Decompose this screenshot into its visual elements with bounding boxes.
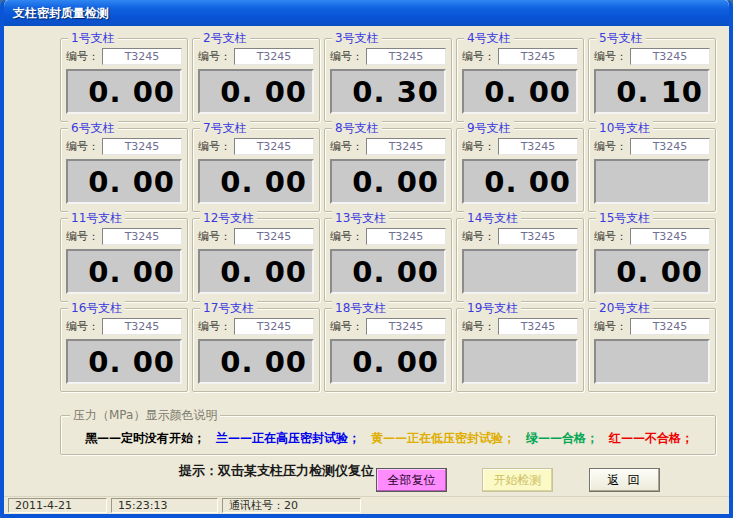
id-value-field[interactable]: T3245 <box>234 138 314 155</box>
id-value-field[interactable]: T3245 <box>498 48 578 65</box>
pressure-display[interactable] <box>462 249 578 294</box>
id-value-field[interactable]: T3245 <box>102 228 182 245</box>
pressure-display[interactable]: 0. 00 <box>198 159 314 204</box>
panel-id-row: 编号： T3245 <box>66 138 182 155</box>
pressure-display[interactable]: 0. 10 <box>594 69 710 114</box>
app-window: 支柱密封质量检测 1号支柱 编号： T3245 0. 00 2号支柱 编号： T… <box>0 0 733 518</box>
pressure-display[interactable]: 0. 00 <box>462 159 578 204</box>
pillar-panel[interactable]: 6号支柱 编号： T3245 0. 00 <box>60 128 188 212</box>
legend-item: 绿——合格； <box>526 430 598 447</box>
id-value-field[interactable]: T3245 <box>234 318 314 335</box>
pressure-display[interactable]: 0. 00 <box>198 69 314 114</box>
window-title: 支柱密封质量检测 <box>13 5 109 22</box>
pressure-display[interactable]: 0. 00 <box>198 249 314 294</box>
pressure-display[interactable]: 0. 00 <box>66 249 182 294</box>
id-value-field[interactable]: T3245 <box>102 138 182 155</box>
pressure-display[interactable]: 0. 00 <box>198 339 314 384</box>
panel-title: 13号支柱 <box>332 211 389 225</box>
id-value-field[interactable]: T3245 <box>366 318 446 335</box>
pillar-panel[interactable]: 13号支柱 编号： T3245 0. 00 <box>324 218 452 302</box>
pressure-display[interactable]: 0. 00 <box>330 159 446 204</box>
panel-id-row: 编号： T3245 <box>330 48 446 65</box>
panel-title: 15号支柱 <box>596 211 653 225</box>
pressure-display[interactable]: 0. 00 <box>66 69 182 114</box>
id-value-field[interactable]: T3245 <box>630 48 710 65</box>
pillar-panel[interactable]: 5号支柱 编号： T3245 0. 10 <box>588 38 716 122</box>
pillar-panel[interactable]: 12号支柱 编号： T3245 0. 00 <box>192 218 320 302</box>
id-label: 编号： <box>66 229 99 244</box>
pillar-panel[interactable]: 20号支柱 编号： T3245 <box>588 308 716 392</box>
return-button[interactable]: 返 回 <box>589 468 660 492</box>
start-detect-button[interactable]: 开始检测 <box>482 468 553 492</box>
panel-id-row: 编号： T3245 <box>198 318 314 335</box>
id-value-field[interactable]: T3245 <box>366 138 446 155</box>
panel-id-row: 编号： T3245 <box>66 228 182 245</box>
panel-title: 1号支柱 <box>68 31 118 45</box>
pillar-panel[interactable]: 11号支柱 编号： T3245 0. 00 <box>60 218 188 302</box>
id-value-field[interactable]: T3245 <box>630 138 710 155</box>
panel-id-row: 编号： T3245 <box>198 228 314 245</box>
id-value-field[interactable]: T3245 <box>366 228 446 245</box>
panel-id-row: 编号： T3245 <box>594 228 710 245</box>
panel-title: 10号支柱 <box>596 121 653 135</box>
id-label: 编号： <box>594 229 627 244</box>
panel-title: 17号支柱 <box>200 301 257 315</box>
status-date: 2011-4-21 <box>8 498 107 513</box>
pillar-panel[interactable]: 15号支柱 编号： T3245 0. 00 <box>588 218 716 302</box>
pillar-panel[interactable]: 19号支柱 编号： T3245 <box>456 308 584 392</box>
id-value-field[interactable]: T3245 <box>498 138 578 155</box>
pillar-panel[interactable]: 17号支柱 编号： T3245 0. 00 <box>192 308 320 392</box>
id-value-field[interactable]: T3245 <box>234 48 314 65</box>
status-time: 15:23:13 <box>111 498 218 513</box>
pressure-display[interactable]: 0. 00 <box>330 339 446 384</box>
id-label: 编号： <box>462 139 495 154</box>
pillar-panel[interactable]: 10号支柱 编号： T3245 <box>588 128 716 212</box>
pressure-display[interactable]: 0. 00 <box>66 339 182 384</box>
id-label: 编号： <box>462 49 495 64</box>
id-value-field[interactable]: T3245 <box>102 48 182 65</box>
pillar-panel[interactable]: 14号支柱 编号： T3245 <box>456 218 584 302</box>
legend-title: 压力（MPa）显示颜色说明 <box>70 408 220 422</box>
panel-id-row: 编号： T3245 <box>594 48 710 65</box>
panel-id-row: 编号： T3245 <box>462 48 578 65</box>
id-value-field[interactable]: T3245 <box>498 318 578 335</box>
pressure-display[interactable] <box>594 159 710 204</box>
id-label: 编号： <box>198 319 231 334</box>
pillar-panel[interactable]: 4号支柱 编号： T3245 0. 00 <box>456 38 584 122</box>
id-label: 编号： <box>198 229 231 244</box>
pressure-display[interactable] <box>462 339 578 384</box>
pressure-display[interactable] <box>594 339 710 384</box>
pressure-display[interactable]: 0. 30 <box>330 69 446 114</box>
panel-id-row: 编号： T3245 <box>462 228 578 245</box>
id-value-field[interactable]: T3245 <box>234 228 314 245</box>
pillar-panel[interactable]: 3号支柱 编号： T3245 0. 30 <box>324 38 452 122</box>
panel-id-row: 编号： T3245 <box>66 318 182 335</box>
reset-all-button[interactable]: 全部复位 <box>376 468 447 492</box>
pressure-display[interactable]: 0. 00 <box>66 159 182 204</box>
pillar-panel[interactable]: 9号支柱 编号： T3245 0. 00 <box>456 128 584 212</box>
id-value-field[interactable]: T3245 <box>630 228 710 245</box>
id-value-field[interactable]: T3245 <box>102 318 182 335</box>
id-value-field[interactable]: T3245 <box>498 228 578 245</box>
id-value-field[interactable]: T3245 <box>366 48 446 65</box>
color-legend-groupbox: 压力（MPa）显示颜色说明 黑——定时没有开始； 兰——正在高压密封试验； 黄—… <box>60 415 716 455</box>
panel-title: 16号支柱 <box>68 301 125 315</box>
id-label: 编号： <box>594 319 627 334</box>
pillar-panel[interactable]: 2号支柱 编号： T3245 0. 00 <box>192 38 320 122</box>
panel-id-row: 编号： T3245 <box>198 138 314 155</box>
id-label: 编号： <box>198 139 231 154</box>
id-value-field[interactable]: T3245 <box>630 318 710 335</box>
title-bar[interactable]: 支柱密封质量检测 <box>4 0 729 26</box>
pillar-panel[interactable]: 8号支柱 编号： T3245 0. 00 <box>324 128 452 212</box>
pressure-display[interactable]: 0. 00 <box>330 249 446 294</box>
panel-title: 8号支柱 <box>332 121 382 135</box>
pillar-panel[interactable]: 1号支柱 编号： T3245 0. 00 <box>60 38 188 122</box>
pillar-panel[interactable]: 7号支柱 编号： T3245 0. 00 <box>192 128 320 212</box>
pillar-panel[interactable]: 16号支柱 编号： T3245 0. 00 <box>60 308 188 392</box>
pillar-panel[interactable]: 18号支柱 编号： T3245 0. 00 <box>324 308 452 392</box>
legend-item: 兰——正在高压密封试验； <box>216 430 360 447</box>
panel-title: 3号支柱 <box>332 31 382 45</box>
pressure-display[interactable]: 0. 00 <box>462 69 578 114</box>
pressure-display[interactable]: 0. 00 <box>594 249 710 294</box>
legend-item: 红——不合格； <box>609 430 693 447</box>
